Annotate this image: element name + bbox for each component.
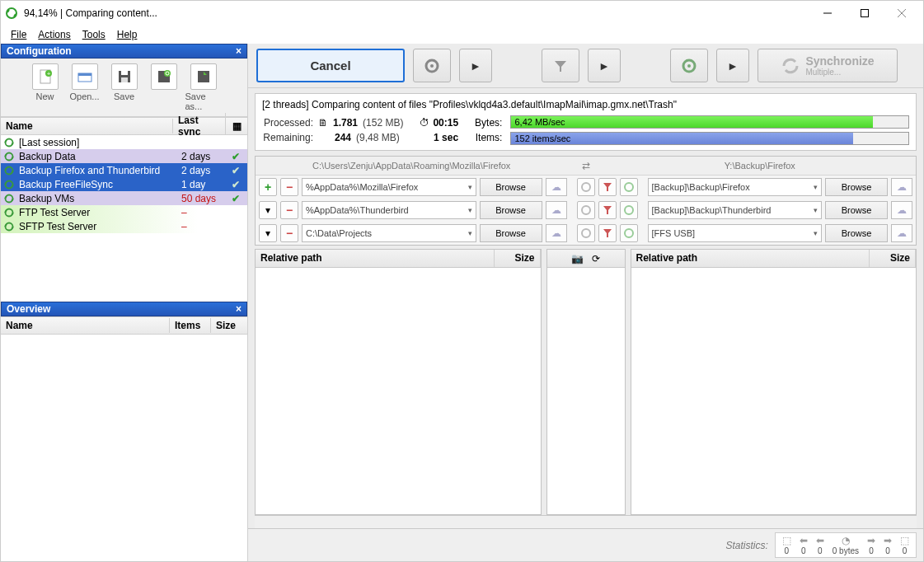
- svg-point-24: [430, 64, 434, 68]
- col-columns-icon[interactable]: ▦: [226, 119, 247, 133]
- svg-point-30: [625, 206, 633, 214]
- sync-pair-icon: [2, 222, 17, 232]
- action-bar: Cancel ▸ ▸ ▸ Synchronize Multiple...: [248, 44, 923, 88]
- cloud-right-button[interactable]: ☁: [891, 178, 912, 196]
- menu-tools[interactable]: Tools: [77, 27, 110, 42]
- config-panel-header: Configuration ×: [1, 44, 247, 59]
- stat-item: ⬅0: [800, 535, 808, 555]
- app-icon: [4, 6, 19, 21]
- cancel-button[interactable]: Cancel: [256, 49, 405, 82]
- browse-right-button[interactable]: Browse: [825, 224, 888, 242]
- maximize-button[interactable]: [846, 2, 883, 25]
- sync-settings-button[interactable]: [670, 49, 708, 82]
- left-path-input[interactable]: %AppData%\Thunderbird: [302, 201, 476, 219]
- compare-settings-button[interactable]: [413, 49, 451, 82]
- svg-point-0: [7, 8, 16, 18]
- saveas-button[interactable]: Save as...: [185, 63, 222, 111]
- compare-settings-arrow[interactable]: ▸: [459, 49, 492, 82]
- left-path-input[interactable]: C:\Data\Projects: [302, 224, 476, 242]
- cloud-left-button[interactable]: ☁: [546, 224, 567, 242]
- stat-item: ➡0: [867, 535, 875, 555]
- swap-icon[interactable]: ⇄: [570, 160, 603, 171]
- local-sync-settings-button[interactable]: [620, 201, 638, 219]
- local-sync-settings-button[interactable]: [620, 178, 638, 196]
- remove-pair-button[interactable]: −: [280, 224, 298, 242]
- cloud-right-button[interactable]: ☁: [891, 201, 912, 219]
- ov-col-items[interactable]: Items: [170, 318, 211, 333]
- config-row[interactable]: SFTP Test Server–: [1, 219, 247, 233]
- menu-help[interactable]: Help: [112, 27, 143, 42]
- overview-list[interactable]: [1, 335, 247, 561]
- sync-pair-icon: [2, 180, 17, 190]
- config-list-header: Name Last sync ▦: [1, 117, 247, 135]
- save-button[interactable]: Save: [106, 63, 143, 111]
- camera-icon[interactable]: 📷: [571, 253, 584, 265]
- title-bar: 94,14% | Comparing content...: [1, 1, 923, 26]
- stat-icon: ◔: [842, 535, 850, 546]
- remove-pair-button[interactable]: −: [280, 178, 298, 196]
- middle-compare-list[interactable]: 📷 ⟳: [546, 249, 626, 515]
- browse-left-button[interactable]: Browse: [480, 178, 542, 196]
- filter-arrow[interactable]: ▸: [588, 49, 621, 82]
- local-compare-settings-button[interactable]: [577, 201, 595, 219]
- col-name[interactable]: Name: [1, 119, 173, 133]
- cloud-left-button[interactable]: ☁: [546, 201, 567, 219]
- menu-actions[interactable]: Actions: [33, 27, 75, 42]
- ov-col-name[interactable]: Name: [1, 318, 170, 333]
- config-row[interactable]: FTP Test Server–: [1, 205, 247, 219]
- folder-pair-row: ▾−%AppData%\ThunderbirdBrowse☁[Backup]\B…: [256, 199, 916, 222]
- minimize-button[interactable]: [809, 2, 846, 25]
- config-list[interactable]: [Last session]Backup Data2 days✔Backup F…: [1, 135, 247, 300]
- svg-rect-2: [861, 10, 868, 17]
- overview-close-icon[interactable]: ×: [236, 303, 242, 315]
- svg-point-27: [582, 183, 590, 191]
- folder-pair-panel: C:\Users\Zenju\AppData\Roaming\Mozilla\F…: [255, 156, 917, 246]
- svg-text:+: +: [46, 70, 50, 77]
- horizontal-scrollbar[interactable]: [255, 515, 917, 528]
- cloud-left-button[interactable]: ☁: [546, 178, 567, 196]
- pair-dropdown-button[interactable]: ▾: [259, 201, 277, 219]
- browse-left-button[interactable]: Browse: [480, 224, 542, 242]
- right-root-path: Y:\Backup\Firefox: [609, 161, 912, 171]
- right-path-input[interactable]: [FFS USB]: [648, 224, 823, 242]
- local-compare-settings-button[interactable]: [577, 178, 595, 196]
- menu-file[interactable]: File: [6, 27, 31, 42]
- window-title: 94,14% | Comparing content...: [24, 7, 157, 19]
- local-sync-settings-button[interactable]: [620, 224, 638, 242]
- local-filter-button[interactable]: [598, 201, 617, 219]
- filter-button[interactable]: [542, 49, 579, 82]
- save-batch-button[interactable]: [146, 63, 182, 111]
- right-path-input[interactable]: [Backup]\Backup\Thunderbird: [648, 201, 823, 219]
- remove-pair-button[interactable]: −: [280, 201, 298, 219]
- browse-right-button[interactable]: Browse: [825, 178, 888, 196]
- right-path-input[interactable]: [Backup]\Backup\Firefox: [648, 178, 823, 196]
- overview-panel-header: Overview ×: [1, 302, 247, 316]
- ov-col-size[interactable]: Size: [211, 318, 247, 333]
- local-filter-button[interactable]: [598, 224, 617, 242]
- config-row[interactable]: Backup VMs50 days✔: [1, 191, 247, 205]
- svg-point-21: [6, 208, 13, 216]
- config-row[interactable]: Backup Firefox and Thunderbird2 days✔: [1, 163, 247, 177]
- remaining-size: (9,48 MB): [356, 132, 400, 143]
- cloud-right-button[interactable]: ☁: [891, 224, 912, 242]
- right-compare-list[interactable]: Relative pathSize: [631, 249, 917, 515]
- local-filter-button[interactable]: [598, 178, 617, 196]
- synchronize-button[interactable]: Synchronize Multiple...: [757, 49, 898, 82]
- pair-dropdown-button[interactable]: ▾: [259, 224, 277, 242]
- left-compare-list[interactable]: Relative pathSize: [255, 249, 542, 515]
- local-compare-settings-button[interactable]: [577, 224, 595, 242]
- refresh-icon[interactable]: ⟳: [592, 253, 600, 265]
- browse-right-button[interactable]: Browse: [825, 201, 888, 219]
- add-pair-button[interactable]: +: [259, 178, 277, 196]
- config-row[interactable]: Backup Data2 days✔: [1, 149, 247, 163]
- browse-left-button[interactable]: Browse: [480, 201, 542, 219]
- config-row[interactable]: Backup FreeFileSync1 day✔: [1, 177, 247, 191]
- open-button[interactable]: Open...: [67, 63, 103, 111]
- left-path-input[interactable]: %AppData%\Mozilla\Firefox: [302, 178, 476, 196]
- config-close-icon[interactable]: ×: [236, 45, 242, 57]
- svg-point-20: [6, 194, 13, 202]
- close-button[interactable]: [883, 2, 920, 25]
- sync-settings-arrow[interactable]: ▸: [716, 49, 749, 82]
- config-row[interactable]: [Last session]: [1, 135, 247, 149]
- new-button[interactable]: + New: [27, 63, 63, 111]
